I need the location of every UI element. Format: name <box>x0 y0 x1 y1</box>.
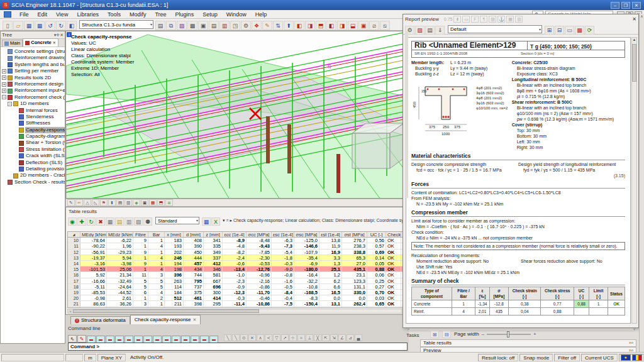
tree-item[interactable]: Capacity-response <box>1 127 65 133</box>
delete-icon[interactable]: ✖ <box>96 217 105 226</box>
status-current-ucs[interactable]: Current UCS <box>581 354 618 361</box>
menu-item-help[interactable]: Help <box>251 11 272 18</box>
menu-item-view[interactable]: View <box>52 11 72 18</box>
project-selector[interactable]: Structura C1.3-cu funda <box>79 20 153 29</box>
snap-mid-icon[interactable]: ≺ <box>265 334 272 341</box>
excel-icon[interactable]: X <box>211 217 220 226</box>
3d-viewport[interactable]: i Check capacity-responseValues: UCLinea… <box>65 31 409 199</box>
layout-4-icon[interactable]: ◧ <box>326 21 336 30</box>
status-activity[interactable]: Activity On/Off. <box>127 354 167 361</box>
tree-item[interactable]: Shear + Torsion (U <box>1 140 65 146</box>
viewport-scrollbar[interactable] <box>405 31 408 198</box>
tree-item[interactable]: Internal forces <box>1 107 65 114</box>
snap-circle-icon[interactable]: ⊙ <box>240 334 248 341</box>
tree-item[interactable]: Concrete settings (structu <box>1 48 65 55</box>
document-icon[interactable]: ▣ <box>198 21 208 30</box>
cone-icon[interactable]: △ <box>84 199 91 206</box>
column-header[interactable]: εst [1e-4] <box>319 232 342 237</box>
menu-item-edit[interactable]: Edit <box>33 11 52 18</box>
save-icon[interactable]: ▦ <box>24 21 34 30</box>
render-icon[interactable]: ▤ <box>116 199 124 206</box>
redo-icon[interactable]: ↻ <box>56 21 66 30</box>
tree-item[interactable]: Capacity-diagram <box>1 133 65 140</box>
menu-item-libraries[interactable]: Libraries <box>72 11 103 18</box>
snap-ortho-icon[interactable]: ⊥ <box>306 334 313 341</box>
refresh-icon[interactable]: ↻ <box>87 217 96 226</box>
menu-item-window[interactable]: Window <box>222 11 251 18</box>
scroll-left-icon[interactable]: ‹ <box>68 309 73 313</box>
run-icon[interactable]: ◉ <box>68 217 77 226</box>
status-plane[interactable]: Plane XY <box>97 354 126 361</box>
column-header[interactable]: MEdy [kNm] <box>80 232 107 237</box>
zoom-in-icon[interactable]: + <box>533 331 536 337</box>
sort-indicator[interactable]: ◢ <box>68 232 80 237</box>
snap-node-icon[interactable]: ∧ <box>257 334 264 341</box>
export-icon[interactable]: ⇓ <box>435 26 445 35</box>
grid-blue-icon[interactable]: ▦ <box>202 217 211 226</box>
section-icon[interactable]: ⬒ <box>157 199 165 206</box>
menu-item-tree[interactable]: Tree <box>150 11 170 18</box>
template-selector[interactable]: Default <box>448 25 542 33</box>
snap-k1-icon[interactable]: ⇱ <box>322 334 330 341</box>
menu-item-setup[interactable]: Setup <box>198 11 222 18</box>
tree-item[interactable]: System lengths and buckl <box>1 62 65 68</box>
tab-concrete[interactable]: Concrete ✕ <box>23 38 58 47</box>
layout-1-icon[interactable]: ◧ <box>294 21 304 30</box>
preset-selector[interactable]: Standard <box>155 217 199 224</box>
table-row[interactable]: 14-3,16-3,9891194457412-0,6-0,53-0,3-6,9… <box>68 261 406 266</box>
column-header[interactable]: Fibre <box>133 232 148 237</box>
table-4-icon[interactable]: ▨ <box>134 217 143 226</box>
expander-icon[interactable]: + <box>2 82 6 87</box>
column-header[interactable]: Bar <box>148 232 165 237</box>
column-header[interactable]: εsc [1e-4] <box>272 232 294 237</box>
fit-page-icon[interactable]: ⊟ <box>442 331 451 338</box>
expander-icon[interactable]: − <box>8 102 12 106</box>
tab-check-capacity-response[interactable]: Check capacity-response ✕ <box>130 315 201 324</box>
column-header[interactable]: x [mm] <box>165 232 184 237</box>
tree-item[interactable]: Section Check - results <box>1 179 65 185</box>
table-row[interactable]: 20-0,982,6112512461414-0,3-0,46-0,4-8,30… <box>68 295 406 301</box>
column-header[interactable]: UC [-] <box>367 232 386 237</box>
tree-item[interactable]: +Setting per member <box>1 68 65 74</box>
picture-icon[interactable]: ▧ <box>415 26 425 35</box>
tree-item[interactable]: Stress limitation (S <box>1 146 65 153</box>
command-input[interactable]: Command > <box>68 343 408 351</box>
status-filter[interactable]: Filter off <box>554 354 580 361</box>
zoom-out-icon[interactable]: – <box>482 331 484 337</box>
tree-item[interactable]: Crack width (SLS) <box>1 153 65 159</box>
regenerate-icon[interactable]: ⟳ <box>585 26 594 35</box>
close-tab-icon[interactable]: ✕ <box>193 316 197 324</box>
copy-picture-icon[interactable]: ⧉ <box>166 21 176 30</box>
zoom-slider[interactable] <box>487 334 531 335</box>
snap-tan-icon[interactable]: ⊿ <box>347 334 354 341</box>
info-icon[interactable]: i <box>67 32 72 37</box>
column-header[interactable]: d [mm] <box>184 232 204 237</box>
printer2-icon[interactable]: ▤ <box>209 21 219 30</box>
snap-cursor-icon[interactable]: ⊹ <box>289 334 297 341</box>
grid-icon[interactable]: ▦ <box>149 199 157 206</box>
snap-vec-icon[interactable]: ↗ <box>281 334 289 341</box>
gallery-icon[interactable]: ▨ <box>177 21 187 30</box>
close-icon[interactable]: ✕ <box>60 33 64 37</box>
table-row[interactable]: 17-16,66-32,4955263795667-2,3-2,16-1,6-3… <box>68 278 406 284</box>
snap-k2-icon[interactable]: ⇲ <box>330 334 338 341</box>
activity-icon[interactable]: ⬆ <box>284 21 294 30</box>
table-row[interactable]: 2186,6336,2631211398295-11,4-10,86-7,5-1… <box>68 301 406 307</box>
table-row[interactable]: 10-78,64-6,2291183408341-8,9-8,48-6,3-12… <box>68 238 406 243</box>
tree-item[interactable]: +Reinforcement input+edit <box>1 87 65 94</box>
project-window-icon[interactable]: ◧ <box>67 21 77 30</box>
volume-icon[interactable]: ▣ <box>141 199 148 206</box>
tab-main[interactable]: Main <box>2 40 23 47</box>
clip2-icon[interactable]: ✏ <box>75 199 83 206</box>
table-row[interactable]: 22-1,25-4,0571454450405-0,3-0,60-0,5-10,… <box>68 307 406 308</box>
column-header[interactable]: z [mm] <box>204 232 223 237</box>
palette-icon[interactable]: ❖ <box>252 21 262 30</box>
snap-perp-icon[interactable]: ▽ <box>273 334 280 341</box>
layout-5-icon[interactable]: ◨ <box>337 21 347 30</box>
table-row[interactable]: 19-85,53-44,5264184375300-12,3-11,70-8,4… <box>68 290 406 295</box>
tree-item[interactable]: −1D members <box>1 101 65 107</box>
printer-icon[interactable]: ▤ <box>425 26 435 35</box>
table-row[interactable]: 12-56,91-29,2391202450349-8,2-7,85-5,4-1… <box>68 250 406 255</box>
add-icon[interactable]: ✚ <box>77 217 86 226</box>
table-2-icon[interactable]: ▤ <box>115 217 124 226</box>
